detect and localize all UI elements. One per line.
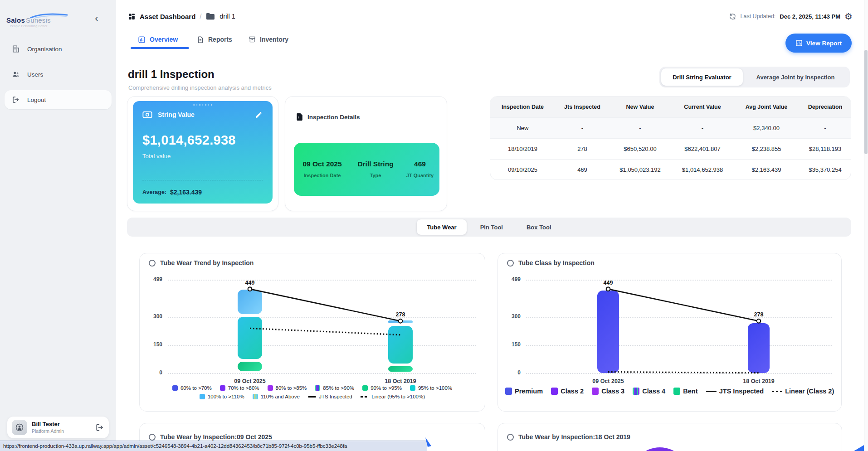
legend-item[interactable]: Linear (95% to >100%)	[361, 394, 425, 399]
x-tick: 09 Oct 2025	[218, 378, 282, 384]
detail-label: JT Quantity	[400, 173, 439, 178]
string-value-header: String Value	[142, 111, 195, 118]
legend-item[interactable]: 85% to >90%	[315, 385, 354, 391]
legend-item[interactable]: JTS Inspected	[706, 388, 764, 395]
table-cell: $35,370.254	[799, 159, 851, 180]
table-cell: $1,014,652.938	[671, 159, 734, 180]
evaluator-table-body: New---$2,340.00-18/10/2019278$650,520.00…	[490, 117, 851, 180]
last-updated-label: Last Updated:	[741, 13, 776, 19]
breadcrumb-current[interactable]: drill 1	[219, 13, 235, 20]
tool-tab-tube-wear[interactable]: Tube Wear	[417, 219, 466, 235]
detail-field: 09 Oct 2025 Inspection Date	[294, 143, 351, 196]
legend-label: Class 3	[601, 388, 624, 395]
average-row: Average: $2,163.439	[142, 180, 263, 204]
tool-tab-bar: Tube Wear Pin Tool Box Tool	[127, 218, 851, 237]
tab-label: Overview	[150, 36, 178, 43]
tool-tab-pin-tool[interactable]: Pin Tool	[470, 219, 513, 235]
legend-label: Bent	[683, 388, 697, 395]
table-header-row: Inspection Date Jts Inspected New Value …	[490, 97, 851, 117]
bar-segment	[748, 323, 770, 373]
legend-swatch	[200, 394, 205, 399]
legend-item[interactable]: 70% to >80%	[220, 385, 259, 391]
chart-title: Tube Wear by Inspection:18 Oct 2019	[518, 433, 630, 441]
scrollbar-track[interactable]	[864, 0, 868, 451]
tube-wear-pie-card-2019: Tube Wear by Inspection:18 Oct 2019	[497, 423, 842, 451]
x-tick: 09 Oct 2025	[576, 378, 640, 384]
legend-item[interactable]: Class 4	[633, 388, 665, 395]
chart-radio-icon[interactable]	[149, 434, 156, 441]
table-cell: $622,401.807	[671, 138, 734, 159]
table-cell: 09/10/2025	[490, 159, 555, 180]
legend-item[interactable]: Linear (Class 2)	[772, 388, 834, 395]
column-header: Jts Inspected	[555, 97, 610, 117]
header-right: Last Updated: Dec 2, 2025, 11:43 PM ⚙	[729, 12, 853, 21]
legend-swatch	[315, 385, 320, 391]
tab-label: Inventory	[260, 36, 288, 43]
chart-header: Tube Wear Trend by Inspection	[149, 259, 254, 267]
string-value-inner: String Value $1,014,652.938 Total value …	[133, 101, 273, 204]
legend-item[interactable]: Bent	[673, 388, 697, 395]
user-meta: Bill Tester Platform Admin	[32, 421, 91, 434]
toggle-average-joint[interactable]: Average Joint by Inspection	[743, 68, 848, 86]
detail-value: Drill String	[351, 160, 400, 168]
tab-inventory[interactable]: Inventory	[249, 33, 288, 46]
legend-swatch	[592, 388, 599, 394]
legend-item[interactable]: 80% to >85%	[268, 385, 307, 391]
tab-overview[interactable]: Overview	[138, 33, 178, 46]
sidebar-item-label: Organisation	[27, 46, 62, 53]
legend-label: Premium	[515, 388, 543, 395]
table-cell: $2,238.855	[734, 138, 799, 159]
table-cell: New	[490, 117, 555, 138]
refresh-icon[interactable]	[729, 13, 736, 20]
legend-label: Linear (Class 2)	[785, 388, 834, 395]
table-cell: -	[610, 117, 671, 138]
page-subtitle: Comprehensive drilling inspection analys…	[128, 84, 272, 91]
chart-radio-icon[interactable]	[507, 434, 514, 441]
tab-reports[interactable]: Reports	[197, 33, 232, 46]
gridline	[526, 345, 832, 346]
sidebar-collapse-button[interactable]: ‹	[90, 12, 103, 25]
users-icon	[12, 70, 20, 78]
chart-legend: PremiumClass 2Class 3Class 4BentJTS Insp…	[498, 388, 841, 398]
chart-radio-icon[interactable]	[507, 260, 514, 267]
breadcrumb-root[interactable]: Asset Dashboard	[140, 13, 195, 20]
sidebar-item-users[interactable]: Users	[5, 65, 112, 84]
legend-swatch	[505, 388, 512, 394]
toggle-drill-string-evaluator[interactable]: Drill String Evaluator	[661, 68, 743, 86]
logout-icon[interactable]	[95, 423, 104, 432]
sidebar-item-label: Users	[27, 71, 43, 78]
table-row: 09/10/2025469$1,050,023.192$1,014,652.93…	[490, 159, 851, 180]
detail-field: Drill String Type	[351, 143, 400, 196]
sidebar-item-label: Logout	[27, 97, 46, 103]
edit-pencil-icon[interactable]	[255, 111, 263, 119]
legend-item[interactable]: 95% to >100%	[410, 385, 452, 391]
tool-tab-box-tool[interactable]: Box Tool	[517, 219, 561, 235]
chart-radio-icon[interactable]	[149, 260, 156, 267]
legend-swatch	[633, 388, 639, 394]
legend-item[interactable]: Premium	[505, 388, 543, 395]
view-report-button[interactable]: View Report	[785, 34, 852, 53]
legend-item[interactable]: Class 3	[592, 388, 624, 395]
breadcrumb: Asset Dashboard / drill 1	[128, 12, 235, 20]
legend-item[interactable]: 110% and Above	[253, 394, 300, 399]
gear-icon[interactable]: ⚙	[844, 12, 853, 21]
sidebar-item-logout[interactable]: Logout	[5, 90, 112, 109]
legend-item[interactable]: 100% to >110%	[200, 394, 244, 399]
legend-item[interactable]: 90% to >95%	[362, 385, 402, 391]
legend-item[interactable]: Class 2	[551, 388, 584, 395]
bar-chart-icon	[138, 36, 146, 44]
detail-label: Type	[351, 173, 400, 178]
legend-swatch	[772, 391, 782, 392]
last-updated-value: Dec 2, 2025, 11:43 PM	[780, 13, 840, 20]
y-tick: 300	[498, 313, 521, 320]
legend-item[interactable]: 60% to >70%	[172, 385, 212, 391]
gridline	[168, 280, 476, 281]
y-tick: 150	[140, 341, 162, 348]
logo: SalosSunesis People Performing Better	[6, 9, 70, 31]
detail-value: 469	[400, 160, 439, 168]
legend-item[interactable]: JTS Inspected	[308, 394, 352, 399]
archive-box-icon	[249, 36, 256, 43]
banknote-icon	[142, 111, 152, 118]
sidebar-item-organisation[interactable]: Organisation	[5, 39, 112, 58]
scrollbar-thumb[interactable]	[864, 50, 868, 154]
